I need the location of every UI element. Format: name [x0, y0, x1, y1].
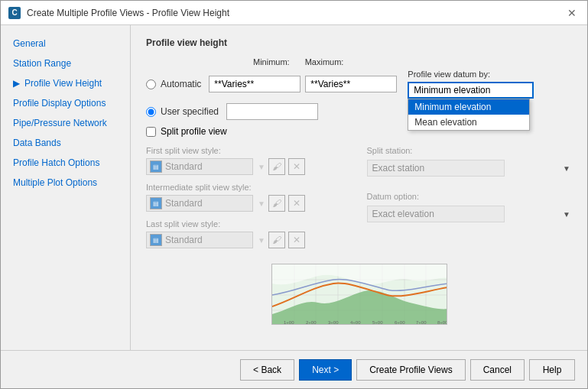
datum-option-select: Exact elevation [367, 206, 505, 222]
split-label: Split profile view [161, 126, 227, 137]
sidebar-item-profile-hatch-options[interactable]: Profile Hatch Options [1, 154, 130, 172]
active-arrow-icon: ▶ [13, 78, 20, 89]
datum-dropdown-menu: Minimum elevation Mean elevation [408, 99, 530, 131]
split-station-dropdown-wrapper: Exact station ▼ [367, 160, 573, 177]
svg-text:1+00: 1+00 [284, 320, 294, 325]
help-button[interactable]: Help [529, 359, 575, 381]
automatic-radio[interactable] [146, 79, 156, 89]
first-style-edit-btn: 🖌 [268, 158, 285, 175]
last-style-edit-btn: 🖌 [268, 232, 285, 248]
datum-option-row: Datum option: Exact elevation ▼ [367, 192, 573, 222]
intermediate-style-value: Standard [165, 198, 203, 209]
datum-menu-item-mean[interactable]: Mean elevation [408, 115, 529, 130]
sidebar-label-profile-hatch-options: Profile Hatch Options [13, 157, 99, 168]
intermediate-style-delete-btn: ✕ [288, 195, 305, 212]
maximum-input[interactable]: **Varies** [305, 76, 397, 92]
split-station-label: Split station: [367, 146, 573, 155]
sidebar-item-station-range[interactable]: Station Range [1, 54, 130, 73]
sidebar-label-profile-display-options: Profile Display Options [13, 98, 106, 109]
datum-menu-item-minimum[interactable]: Minimum elevation [408, 99, 529, 115]
sidebar-item-data-bands[interactable]: Data Bands [1, 134, 130, 152]
intermediate-style-label: Intermediate split view style: [146, 183, 352, 192]
last-style-dropdown[interactable]: ▤ Standard [146, 232, 253, 248]
svg-text:2+00: 2+00 [306, 320, 317, 325]
user-value-input[interactable]: 100.00' [226, 103, 318, 120]
svg-text:8+00: 8+00 [437, 320, 447, 325]
split-section: First split view style: ▤ Standard ▼ 🖌 ✕… [146, 146, 572, 256]
dialog-title: Create Multiple Profile Views - Profile … [27, 8, 229, 18]
svg-text:4+00: 4+00 [350, 320, 361, 325]
sidebar-label-general: General [13, 38, 46, 49]
datum-dropdown-wrapper: Minimum elevation Mean elevation Minimum… [408, 82, 534, 99]
sidebar-item-multiple-plot-options[interactable]: Multiple Plot Options [1, 173, 130, 192]
sidebar-item-general[interactable]: General [1, 34, 130, 53]
close-button[interactable]: ✕ [564, 5, 580, 21]
preview-area: 1+00 2+00 3+00 4+00 5+00 6+00 7+00 8+00 [146, 264, 572, 325]
sidebar-label-data-bands: Data Bands [13, 138, 61, 148]
intermediate-style-dropdown[interactable]: ▤ Standard [146, 195, 253, 212]
user-specified-label: User specified [161, 106, 219, 117]
split-station-arrow: ▼ [563, 164, 570, 173]
user-specified-radio[interactable] [146, 107, 156, 117]
split-checkbox[interactable] [146, 127, 156, 137]
chart-svg: 1+00 2+00 3+00 4+00 5+00 6+00 7+00 8+00 [272, 264, 447, 325]
first-style-label: First split view style: [146, 146, 352, 155]
svg-text:7+00: 7+00 [416, 320, 427, 325]
automatic-label: Automatic [161, 79, 201, 89]
title-bar-left: C Create Multiple Profile Views - Profil… [8, 7, 229, 19]
datum-option-arrow: ▼ [563, 210, 570, 219]
last-dropdown-arrow: ▼ [258, 236, 265, 245]
last-style-icon: ▤ [150, 234, 162, 246]
preview-chart: 1+00 2+00 3+00 4+00 5+00 6+00 7+00 8+00 [271, 264, 447, 325]
app-icon: C [8, 7, 21, 19]
dialog: C Create Multiple Profile Views - Profil… [0, 0, 588, 389]
intermediate-style-icon: ▤ [150, 197, 162, 209]
minimum-label: Minimum: [253, 57, 290, 66]
first-style-delete-btn: ✕ [288, 158, 305, 175]
main-content: Profile view height Minimum: Maximum: Au… [131, 25, 587, 350]
intermediate-dropdown-arrow: ▼ [258, 199, 265, 208]
svg-text:5+00: 5+00 [372, 320, 383, 325]
maximum-label: Maximum: [305, 57, 344, 66]
sidebar-label-pipe-pressure-network: Pipe/Pressure Network [13, 118, 107, 128]
first-style-dropdown-arrow: ▼ [258, 163, 265, 171]
first-style-dropdown[interactable]: ▤ Standard [146, 158, 253, 175]
datum-select[interactable]: Minimum elevation Mean elevation [408, 82, 534, 99]
cancel-button[interactable]: Cancel [470, 359, 525, 381]
sidebar-label-profile-view-height: Profile View Height [24, 78, 102, 89]
split-station-select: Exact station [367, 160, 505, 177]
intermediate-style-row: ▤ Standard ▼ 🖌 ✕ [146, 195, 352, 212]
first-style-row: ▤ Standard ▼ 🖌 ✕ [146, 158, 352, 175]
back-button[interactable]: < Back [240, 359, 294, 381]
last-style-delete-btn: ✕ [288, 232, 305, 248]
sidebar-item-pipe-pressure-network[interactable]: Pipe/Pressure Network [1, 114, 130, 132]
sidebar-item-profile-display-options[interactable]: Profile Display Options [1, 94, 130, 112]
sidebar-label-multiple-plot-options: Multiple Plot Options [13, 177, 97, 188]
svg-text:6+00: 6+00 [395, 320, 405, 325]
split-station-row: Split station: Exact station ▼ [367, 146, 573, 177]
sidebar-item-profile-view-height[interactable]: ▶ Profile View Height [1, 74, 130, 92]
datum-option-dropdown-wrapper: Exact elevation ▼ [367, 206, 573, 222]
datum-option-label: Datum option: [367, 192, 573, 201]
automatic-row: Automatic **Varies** **Varies** Profile … [146, 70, 572, 99]
section-title: Profile view height [146, 37, 572, 48]
title-bar: C Create Multiple Profile Views - Profil… [1, 1, 587, 25]
last-style-value: Standard [165, 235, 203, 245]
create-profile-views-button[interactable]: Create Profile Views [356, 359, 466, 381]
first-style-icon: ▤ [150, 160, 162, 173]
footer: < Back Next > Create Profile Views Cance… [1, 350, 587, 388]
datum-by-label: Profile view datum by: [408, 70, 534, 79]
split-right-panel: Split station: Exact station ▼ Datum opt… [367, 146, 573, 256]
last-style-label: Last split view style: [146, 219, 352, 229]
content-area: General Station Range ▶ Profile View Hei… [1, 25, 587, 350]
minimum-input[interactable]: **Varies** [209, 76, 300, 92]
sidebar-label-station-range: Station Range [13, 58, 71, 69]
last-style-row: ▤ Standard ▼ 🖌 ✕ [146, 232, 352, 248]
svg-text:3+00: 3+00 [328, 320, 339, 325]
split-left-panel: First split view style: ▤ Standard ▼ 🖌 ✕… [146, 146, 352, 256]
next-button[interactable]: Next > [299, 359, 352, 381]
intermediate-style-edit-btn: 🖌 [268, 195, 285, 212]
sidebar: General Station Range ▶ Profile View Hei… [1, 25, 131, 350]
first-style-value: Standard [165, 161, 203, 172]
